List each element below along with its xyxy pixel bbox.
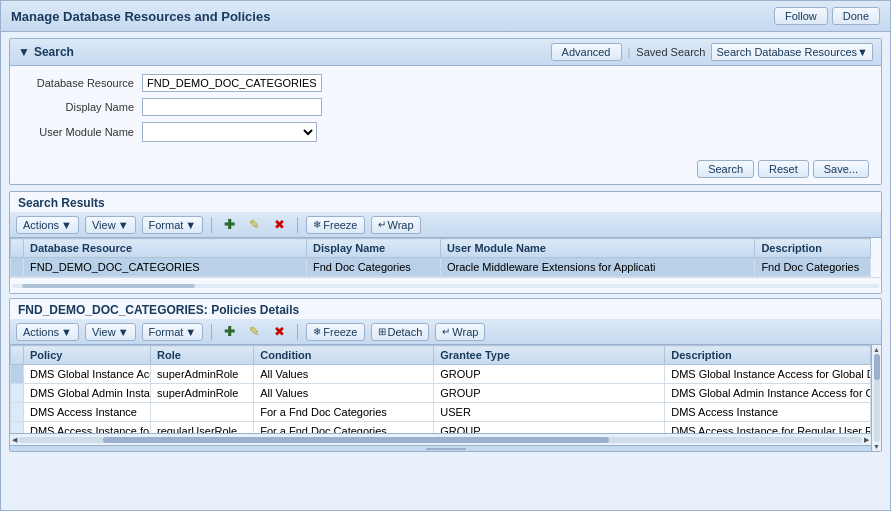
policies-title: FND_DEMO_DOC_CATEGORIES: Policies Detail… bbox=[10, 299, 881, 319]
search-form: Database Resource Display Name User Modu… bbox=[10, 66, 881, 156]
user-module-name-select[interactable] bbox=[142, 122, 317, 142]
view-chevron-icon: ▼ bbox=[118, 219, 129, 231]
display-name-label: Display Name bbox=[22, 101, 142, 113]
freeze-icon: ❄ bbox=[313, 219, 321, 230]
policies-format-chevron: ▼ bbox=[185, 326, 196, 338]
search-header-right: Advanced | Saved Search Search Database … bbox=[551, 43, 873, 61]
results-toolbar: Actions ▼ View ▼ Format ▼ ✚ ✎ ✖ ❄ Freeze… bbox=[10, 212, 881, 238]
policies-actions-button[interactable]: Actions ▼ bbox=[16, 323, 79, 341]
table-row[interactable]: DMS Global Instance Access for Global Do… bbox=[11, 365, 871, 384]
pol-condition-4: For a Fnd Doc Categories bbox=[254, 422, 434, 434]
policies-vscrollbar: ▲ ▼ bbox=[871, 345, 881, 451]
table-row[interactable]: FND_DEMO_DOC_CATEGORIES Fnd Doc Categori… bbox=[11, 258, 871, 277]
policies-delete-button[interactable]: ✖ bbox=[270, 322, 289, 341]
pol-policy-3: DMS Access Instance bbox=[24, 403, 151, 422]
saved-search-dropdown[interactable]: Search Database Resources ▼ bbox=[711, 43, 873, 61]
collapse-icon[interactable]: ▼ bbox=[18, 45, 30, 59]
database-resource-row: Database Resource bbox=[22, 74, 869, 92]
page-header: Manage Database Resources and Policies F… bbox=[1, 1, 890, 32]
vscroll-down-icon[interactable]: ▼ bbox=[873, 443, 880, 450]
results-resize-handle[interactable] bbox=[12, 281, 879, 291]
pol-policy-2: DMS Global Admin Instance Access for Glo… bbox=[24, 384, 151, 403]
pol-policy-1: DMS Global Instance Access for Global Do… bbox=[24, 365, 151, 384]
separator: | bbox=[628, 46, 631, 58]
table-row[interactable]: DMS Access Instance For a Fnd Doc Catego… bbox=[11, 403, 871, 422]
policies-wrap-icon: ↵ bbox=[442, 326, 450, 337]
saved-search-label: Saved Search bbox=[636, 46, 705, 58]
search-button[interactable]: Search bbox=[697, 160, 754, 178]
database-resource-label: Database Resource bbox=[22, 77, 142, 89]
pol-col-role: Role bbox=[151, 346, 254, 365]
pol-desc-1: DMS Global Instance Access for Global Do… bbox=[665, 365, 871, 384]
save-button[interactable]: Save... bbox=[813, 160, 869, 178]
col-user-module-name: User Module Name bbox=[440, 239, 754, 258]
results-actions-button[interactable]: Actions ▼ bbox=[16, 216, 79, 234]
policies-add-button[interactable]: ✚ bbox=[220, 322, 239, 341]
vscroll-up-icon[interactable]: ▲ bbox=[873, 346, 880, 353]
results-format-button[interactable]: Format ▼ bbox=[142, 216, 204, 234]
policies-wrap-button[interactable]: ↵ Wrap bbox=[435, 323, 485, 341]
done-button[interactable]: Done bbox=[832, 7, 880, 25]
vscroll-track bbox=[874, 354, 880, 442]
policies-freeze-button[interactable]: ❄ Freeze bbox=[306, 323, 364, 341]
hscroll-right-icon[interactable]: ▶ bbox=[862, 436, 871, 444]
policies-table: Policy Role Condition Grantee Type Descr… bbox=[10, 345, 871, 433]
policies-edit-button[interactable]: ✎ bbox=[245, 322, 264, 341]
row-sel-2[interactable] bbox=[11, 384, 24, 403]
pol-desc-3: DMS Access Instance bbox=[665, 403, 871, 422]
hscroll-track bbox=[19, 437, 862, 443]
database-resource-input[interactable] bbox=[142, 74, 322, 92]
actions-chevron-icon: ▼ bbox=[61, 219, 72, 231]
policies-actions-chevron: ▼ bbox=[61, 326, 72, 338]
advanced-button[interactable]: Advanced bbox=[551, 43, 622, 61]
hscroll-left-icon[interactable]: ◀ bbox=[10, 436, 19, 444]
pol-role-4: regularUserRole bbox=[151, 422, 254, 434]
policies-freeze-icon: ❄ bbox=[313, 326, 321, 337]
pol-desc-4: DMS Access Instance for Regular User Rol… bbox=[665, 422, 871, 434]
search-header: ▼ Search Advanced | Saved Search Search … bbox=[10, 39, 881, 66]
results-title: Search Results bbox=[10, 192, 881, 212]
pol-col-policy: Policy bbox=[24, 346, 151, 365]
policies-sep-2 bbox=[297, 324, 298, 340]
results-edit-button[interactable]: ✎ bbox=[245, 215, 264, 234]
pol-col-selector bbox=[11, 346, 24, 365]
follow-button[interactable]: Follow bbox=[774, 7, 828, 25]
results-table-wrapper: Database Resource Display Name User Modu… bbox=[10, 238, 871, 277]
col-display-name: Display Name bbox=[307, 239, 441, 258]
policies-sep-1 bbox=[211, 324, 212, 340]
detach-icon: ⊞ bbox=[378, 326, 386, 337]
policies-resize-handle[interactable] bbox=[10, 445, 881, 451]
policies-view-chevron: ▼ bbox=[118, 326, 129, 338]
hscroll-thumb bbox=[103, 437, 609, 443]
display-name-input[interactable] bbox=[142, 98, 322, 116]
cell-display-name: Fnd Doc Categories bbox=[307, 258, 441, 277]
search-section: ▼ Search Advanced | Saved Search Search … bbox=[9, 38, 882, 185]
policies-detach-button[interactable]: ⊞ Detach bbox=[371, 323, 430, 341]
pol-col-condition: Condition bbox=[254, 346, 434, 365]
row-sel-3[interactable] bbox=[11, 403, 24, 422]
row-selector[interactable] bbox=[11, 258, 24, 277]
reset-button[interactable]: Reset bbox=[758, 160, 809, 178]
row-sel-1[interactable] bbox=[11, 365, 24, 384]
pol-condition-1: All Values bbox=[254, 365, 434, 384]
main-container: Manage Database Resources and Policies F… bbox=[0, 0, 891, 511]
col-description: Description bbox=[755, 239, 871, 258]
results-add-button[interactable]: ✚ bbox=[220, 215, 239, 234]
pol-role-1: superAdminRole bbox=[151, 365, 254, 384]
row-sel-4[interactable] bbox=[11, 422, 24, 434]
policies-table-container: Policy Role Condition Grantee Type Descr… bbox=[10, 345, 881, 451]
policies-toolbar: Actions ▼ View ▼ Format ▼ ✚ ✎ ✖ ❄ Freeze… bbox=[10, 319, 881, 345]
results-table: Database Resource Display Name User Modu… bbox=[10, 238, 871, 277]
page-title: Manage Database Resources and Policies bbox=[11, 9, 270, 24]
wrap-icon: ↵ bbox=[378, 219, 386, 230]
results-wrap-button[interactable]: ↵ Wrap bbox=[371, 216, 421, 234]
chevron-down-icon: ▼ bbox=[857, 46, 868, 58]
results-freeze-button[interactable]: ❄ Freeze bbox=[306, 216, 364, 234]
format-chevron-icon: ▼ bbox=[185, 219, 196, 231]
results-delete-button[interactable]: ✖ bbox=[270, 215, 289, 234]
policies-format-button[interactable]: Format ▼ bbox=[142, 323, 204, 341]
results-view-button[interactable]: View ▼ bbox=[85, 216, 136, 234]
table-row[interactable]: DMS Global Admin Instance Access for Glo… bbox=[11, 384, 871, 403]
policies-view-button[interactable]: View ▼ bbox=[85, 323, 136, 341]
table-row[interactable]: DMS Access Instance for Regular User Rol… bbox=[11, 422, 871, 434]
